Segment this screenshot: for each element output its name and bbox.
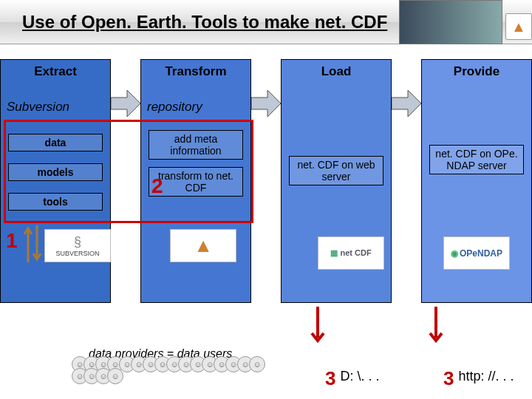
red-arrow-down-provide-icon [429,307,443,344]
arrow-load-provide [392,59,421,118]
red-arrow-down-load-icon [310,307,325,344]
matlab-logo: ▲ [170,229,236,262]
box-models: models [8,163,103,181]
badge-1: 1 [6,229,18,253]
arrows-up-down-icon [22,222,44,266]
arrow-extract-transform [111,59,140,118]
panel-extract-sub: Subversion [5,97,106,117]
netcdf-logo: ▦ net CDF [318,236,384,270]
arrow-transform-load [251,59,281,118]
opendap-logo: ◉OPeNDAP [443,236,510,270]
header-bridge-image [399,0,502,44]
bottom-text-local: D: \. . . [340,369,379,384]
badge-3a: 3 [325,369,335,388]
panel-transform-sub: repository [146,97,246,117]
netcdf-logo-text: net CDF [340,248,371,257]
panel-load-title: Load [286,64,386,79]
panel-provide-title: Provide [426,64,527,79]
badge-3b: 3 [443,369,454,388]
box-tools: tools [8,193,103,211]
smileys-cluster: ☺☺☺☺ ☺☺☺☺ ☺☺☺☺ ☺☺☺☺ ☺☺☺☺ [74,358,266,395]
slide-header: Use of Open. Earth. Tools to make net. C… [0,0,532,44]
matlab-icon: ▲ [505,13,532,40]
slide-title: Use of Open. Earth. Tools to make net. C… [22,12,387,33]
subversion-logo-text: SUBVERSION [55,250,99,257]
panel-transform: Transform repository add meta informatio… [140,59,251,303]
badge-2: 2 [151,174,163,198]
bottom-text-http: http: //. . . [458,369,514,384]
box-add-meta: add meta information [149,130,243,160]
box-netcdf-opendap: net. CDF on OPe. NDAP server [429,145,524,174]
panel-transform-title: Transform [146,64,246,79]
pipeline-stage: Extract Subversion data models tools Tra… [0,59,532,340]
subversion-logo: § SUBVERSION [44,229,111,262]
box-data: data [8,134,103,151]
opendap-logo-text: OPeNDAP [460,248,502,259]
panel-extract-title: Extract [5,64,106,79]
box-netcdf-webserver: net. CDF on web server [289,156,383,185]
panel-extract: Extract Subversion data models tools [0,59,111,303]
